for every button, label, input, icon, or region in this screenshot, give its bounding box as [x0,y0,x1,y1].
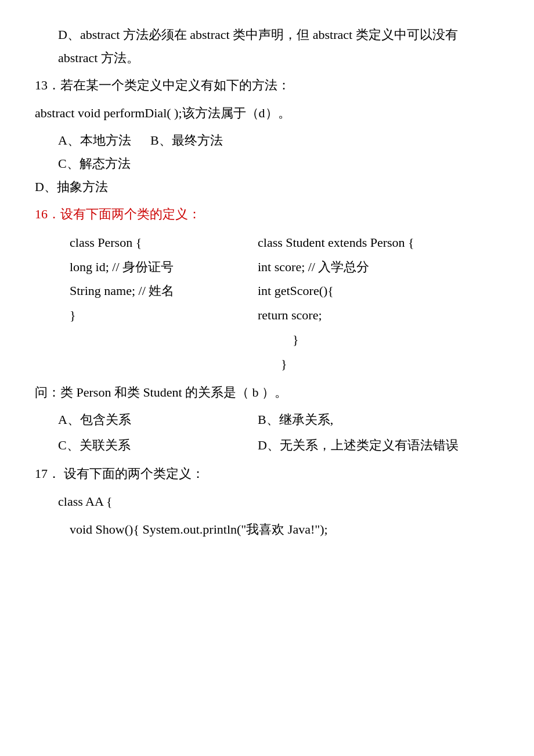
question-13-label: 13．若在某一个类定义中定义有如下的方法： [35,74,499,97]
q16-option-a: A、包含关系 [35,408,258,431]
code-right-6: } [258,352,499,376]
code-left-4: } [35,303,258,327]
code-row-4: } return score; [35,303,499,327]
q17-code-2: void Show(){ System.out.println("我喜欢 Jav… [35,518,499,541]
code-right-2: int score; // 入学总分 [258,255,499,279]
q13-option-a: A、本地方法 B、最终方法 C、解态方法 [35,129,258,175]
code-right-1: class Student extends Person { [258,231,499,255]
code-left-6 [35,352,258,376]
q16-option-d: D、无关系，上述类定义有语法错误 [258,434,499,457]
question-16-label: 16．设有下面两个类的定义： [35,203,499,226]
code-right-5: } [258,327,499,352]
q16-option-b: B、继承关系, [258,408,499,431]
line-d-abstract: D、abstract 方法必须在 abstract 类中声明，但 abstrac… [35,23,499,69]
code-left-2: long id; // 身份证号 [35,255,258,279]
question-13-method: abstract void performDial( );该方法属于（d）。 [35,102,499,125]
code-row-1: class Person { class Student extends Per… [35,231,499,255]
question-17-label: 17． 设有下面的两个类定义： [35,462,499,485]
question-16-options-row2: C、关联关系 D、无关系，上述类定义有语法错误 [35,434,499,457]
question-16-question: 问：类 Person 和类 Student 的关系是（ b ）。 [35,381,499,404]
code-left-5 [35,327,258,352]
q17-code-1: class AA { [35,490,499,513]
code-left-3: String name; // 姓名 [35,279,258,303]
q16-option-c: C、关联关系 [35,434,258,457]
code-right-4: return score; [258,303,499,327]
code-row-2: long id; // 身份证号 int score; // 入学总分 [35,255,499,279]
code-right-3: int getScore(){ [258,279,499,303]
code-row-6: } [35,352,499,376]
code-left-1: class Person { [35,231,258,255]
code-row-3: String name; // 姓名 int getScore(){ [35,279,499,303]
q13-option-d: D、抽象方法 [35,175,499,199]
question-16-options-row1: A、包含关系 B、继承关系, [35,408,499,431]
question-13-options: A、本地方法 B、最终方法 C、解态方法 [35,129,499,175]
main-content: D、abstract 方法必须在 abstract 类中声明，但 abstrac… [35,23,499,541]
question-16-code: class Person { class Student extends Per… [35,231,499,376]
code-row-5: } [35,327,499,352]
